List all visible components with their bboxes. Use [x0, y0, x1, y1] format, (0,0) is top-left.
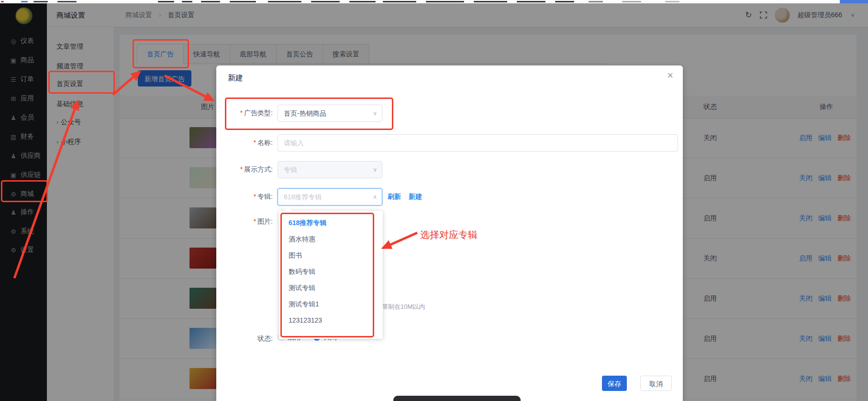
chevron-up-icon: ∧: [373, 189, 377, 205]
cancel-button[interactable]: 取消: [640, 376, 672, 391]
dropdown-option[interactable]: 测试专辑: [279, 280, 383, 296]
dropdown-option-list: 618推荐专辑酒水特惠图书数码专辑测试专辑测试专辑1123123123: [279, 211, 383, 328]
name-label: 名称:: [216, 139, 273, 147]
album-link-group: 刷新 新建: [388, 193, 422, 201]
ad-type-value: 首页-热销商品: [284, 109, 326, 117]
dropdown-option[interactable]: 618推荐专辑: [279, 215, 383, 231]
dropdown-option[interactable]: 酒水特惠: [279, 231, 383, 247]
album-label: 专辑:: [216, 193, 273, 201]
bookmark-fragment: [230, 1, 256, 2]
bookmark-fragment: [1, 1, 4, 2]
bookmark-fragment: [201, 1, 220, 2]
bookmark-fragment: [33, 1, 48, 2]
browser-button-fragment: [840, 0, 868, 3]
bookmark-fragment: [158, 1, 174, 2]
ad-type-select[interactable]: 首页-热销商品 ∨: [278, 105, 382, 122]
bookmark-fragment: [589, 1, 603, 2]
bookmark-fragment: [268, 1, 301, 2]
name-input[interactable]: 请输入: [278, 134, 678, 152]
screen-bottom-pill: [393, 396, 521, 401]
bookmark-fragment: [57, 1, 77, 2]
dropdown-option[interactable]: 图书: [279, 247, 383, 263]
bookmark-fragment: [517, 1, 545, 2]
display-mode-value: 专辑: [284, 166, 297, 173]
dropdown-option[interactable]: 数码专辑: [279, 263, 383, 280]
bookmark-fragment: [349, 1, 376, 2]
admin-app: ◎仪表▣商品☰订单⊞应用♟会员▥财务♟供应商▣供应链⚙商城♟操作⚙系统⚙设置 商…: [0, 0, 868, 401]
image-size-hint: 限制在10M以内: [382, 303, 425, 311]
bookmark-fragment: [622, 1, 641, 2]
status-label: 状态:: [216, 335, 273, 343]
save-button[interactable]: 保存: [602, 376, 627, 391]
album-select[interactable]: 618推荐专辑 ∧: [278, 188, 382, 206]
browser-top-strip: [0, 0, 868, 3]
bookmark-fragment: [474, 1, 507, 2]
bookmark-fragment: [182, 1, 192, 2]
annotation-note: 选择对应专辑: [420, 228, 478, 241]
close-icon[interactable]: ×: [667, 70, 673, 81]
chevron-down-icon: ∨: [373, 105, 377, 121]
chevron-down-icon: ∨: [373, 162, 377, 178]
bookmark-fragment: [426, 1, 464, 2]
name-placeholder: 请输入: [284, 139, 304, 147]
dialog-title: 新建: [228, 73, 243, 83]
bookmark-fragment: [665, 1, 679, 2]
bookmark-fragment: [21, 1, 28, 2]
display-mode-select: 专辑 ∨: [278, 161, 382, 178]
album-dropdown: 618推荐专辑酒水特惠图书数码专辑测试专辑测试专辑1123123123: [279, 211, 383, 339]
dropdown-option[interactable]: 测试专辑1: [279, 296, 383, 312]
dropdown-option[interactable]: 123123123: [279, 312, 383, 328]
image-label: 图片:: [216, 217, 273, 226]
bookmark-fragment: [311, 1, 340, 2]
refresh-album-link[interactable]: 刷新: [388, 193, 401, 201]
bookmark-fragment: [383, 1, 416, 2]
bookmark-fragment: [555, 1, 574, 2]
album-placeholder: 618推荐专辑: [284, 193, 322, 201]
display-mode-label: 展示方式:: [216, 165, 273, 174]
ad-type-label: 广告类型:: [216, 109, 273, 118]
new-album-link[interactable]: 新建: [409, 193, 422, 201]
